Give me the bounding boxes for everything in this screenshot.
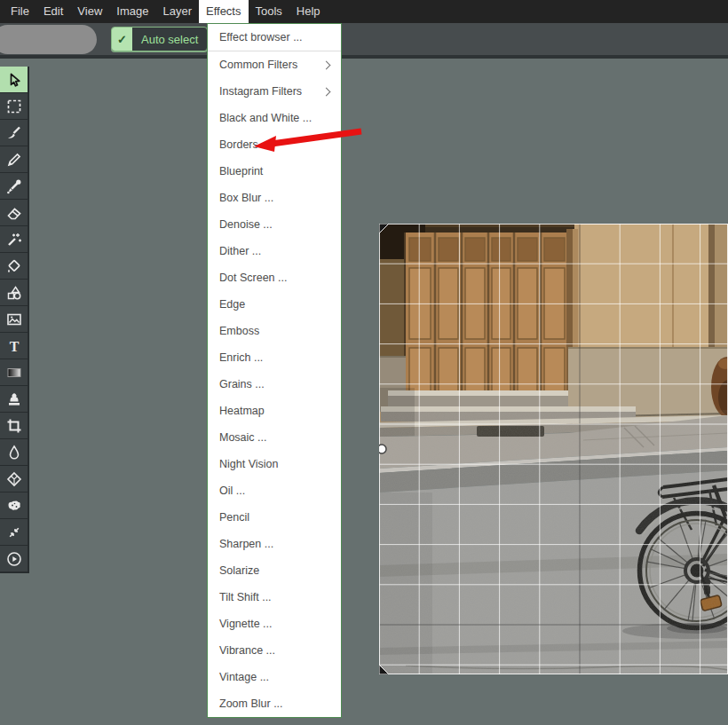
pencil-icon [5, 151, 23, 169]
effects-menu-item-dot-screen[interactable]: Dot Screen ... [208, 264, 341, 291]
effects-menu-item-dither[interactable]: Dither ... [208, 238, 341, 264]
menu-item-label: Denoise ... [219, 218, 273, 231]
menu-item-label: Common Filters [219, 59, 297, 71]
droplet-icon [5, 444, 23, 461]
effects-dropdown-menu: Effect browser ...Common FiltersInstagra… [207, 23, 342, 718]
svg-text:T: T [9, 338, 19, 353]
effects-menu-item-instagram-filters[interactable]: Instagram Filters [208, 78, 341, 105]
effects-menu-item-zoom-blur[interactable]: Zoom Blur ... [208, 690, 341, 717]
shape-tool[interactable] [0, 280, 28, 305]
effects-menu-item-borders[interactable]: Borders ... [208, 131, 341, 158]
menu-item-label: Pencil [219, 511, 249, 524]
menubar-item-tools[interactable]: Tools [249, 0, 289, 23]
menu-item-label: Dither ... [219, 245, 261, 257]
auto-select-label: Auto select [132, 28, 207, 51]
menu-item-label: Solarize [219, 564, 259, 577]
eraser-icon [5, 204, 23, 222]
clone-stamp-tool[interactable] [0, 386, 28, 412]
menubar-item-help[interactable]: Help [289, 0, 328, 23]
marquee-select-tool[interactable] [0, 93, 28, 119]
menu-item-label: Vibrance ... [219, 644, 275, 657]
canvas-image[interactable] [379, 224, 728, 674]
menu-item-label: Enrich ... [219, 351, 263, 364]
paint-bucket-icon [5, 257, 23, 275]
effects-menu-item-tilt-shift[interactable]: Tilt Shift ... [208, 584, 341, 611]
magic-wand-icon [5, 231, 23, 248]
effects-menu-item-vignette[interactable]: Vignette ... [208, 611, 341, 637]
gradient-tool[interactable] [0, 359, 28, 385]
animation-tool[interactable] [0, 546, 28, 571]
menu-item-label: Vintage ... [219, 671, 269, 683]
text-tool[interactable]: T [0, 333, 28, 359]
menu-item-label: Black and White ... [219, 112, 312, 124]
crop-tool[interactable] [0, 413, 28, 438]
effects-menu-item-oil[interactable]: Oil ... [208, 477, 341, 504]
effects-menu-item-night-vision[interactable]: Night Vision [208, 451, 341, 477]
play-circle-icon [5, 550, 23, 568]
selection-handle-middle-left[interactable] [379, 445, 386, 453]
magic-wand-tool[interactable] [0, 226, 28, 252]
effects-menu-item-pencil[interactable]: Pencil [208, 504, 341, 531]
menu-item-label: Mosaic ... [219, 431, 267, 444]
checkbox-checked-icon[interactable]: ✓ [112, 28, 132, 51]
menu-item-label: Effect browser ... [219, 31, 303, 43]
effects-menu-item-emboss[interactable]: Emboss [208, 318, 341, 344]
menubar-item-effects[interactable]: Effects [199, 0, 249, 23]
effects-menu-item-mosaic[interactable]: Mosaic ... [208, 424, 341, 451]
effects-menu-item-enrich[interactable]: Enrich ... [208, 344, 341, 371]
picture-icon [5, 311, 23, 328]
photo-scene [379, 224, 728, 674]
eyedropper-tool[interactable] [0, 173, 28, 199]
effects-menu-item-vintage[interactable]: Vintage ... [208, 664, 341, 690]
pointer-icon [5, 71, 23, 89]
effects-menu-item-box-blur[interactable]: Box Blur ... [208, 185, 341, 211]
pencil-tool[interactable] [0, 146, 28, 172]
tool-sidebar: T [0, 67, 29, 573]
effects-menu-item-effect-browser[interactable]: Effect browser ... [208, 24, 341, 51]
stamp-icon [5, 390, 23, 408]
brush-tool[interactable] [0, 120, 28, 146]
effects-menu-item-grains[interactable]: Grains ... [208, 371, 341, 398]
menu-item-label: Vignette ... [219, 618, 273, 630]
eyedropper-icon [5, 177, 23, 195]
effects-menu-item-heatmap[interactable]: Heatmap [208, 398, 341, 424]
tool-options-pill[interactable] [0, 25, 97, 54]
menu-item-label: Box Blur ... [219, 192, 273, 204]
sponge-icon [5, 497, 23, 515]
menubar-item-view[interactable]: View [70, 0, 109, 23]
effects-menu-item-black-and-white[interactable]: Black and White ... [208, 105, 341, 131]
liquify-tool[interactable] [0, 439, 28, 465]
effects-menu-item-solarize[interactable]: Solarize [208, 557, 341, 584]
transform-tool[interactable] [0, 519, 28, 545]
menu-item-label: Grains ... [219, 378, 265, 390]
crop-icon [5, 417, 23, 435]
effects-menu-item-vibrance[interactable]: Vibrance ... [208, 637, 341, 664]
menubar-item-image[interactable]: Image [109, 0, 155, 23]
menu-item-label: Sharpen ... [219, 538, 273, 550]
diamond-icon [5, 470, 23, 488]
menu-item-label: Tilt Shift ... [219, 591, 272, 603]
image-tool[interactable] [0, 306, 28, 332]
menubar-item-layer[interactable]: Layer [155, 0, 199, 23]
fill-tool[interactable] [0, 253, 28, 279]
menu-item-label: Blueprint [219, 165, 263, 177]
smudge-tool[interactable] [0, 493, 28, 518]
pointer-tool[interactable] [0, 67, 28, 92]
effects-menu-item-sharpen[interactable]: Sharpen ... [208, 531, 341, 557]
shapes-icon [5, 284, 23, 302]
auto-select-toggle[interactable]: ✓ Auto select [111, 27, 208, 51]
effects-menu-item-blueprint[interactable]: Blueprint [208, 158, 341, 185]
menu-item-label: Zoom Blur ... [219, 697, 283, 710]
eraser-tool[interactable] [0, 200, 28, 225]
menubar-item-file[interactable]: File [4, 0, 36, 23]
effects-menu-item-common-filters[interactable]: Common Filters [208, 51, 341, 78]
effects-menu-item-denoise[interactable]: Denoise ... [208, 211, 341, 238]
menu-item-label: Night Vision [219, 458, 278, 470]
text-icon: T [5, 337, 23, 355]
menubar-item-edit[interactable]: Edit [36, 0, 70, 23]
menu-item-label: Oil ... [219, 485, 245, 497]
effects-menu-item-edge[interactable]: Edge [208, 291, 341, 318]
sharpen-tool[interactable] [0, 466, 28, 492]
marquee-icon [5, 98, 23, 115]
resize-arrows-icon [5, 524, 23, 541]
